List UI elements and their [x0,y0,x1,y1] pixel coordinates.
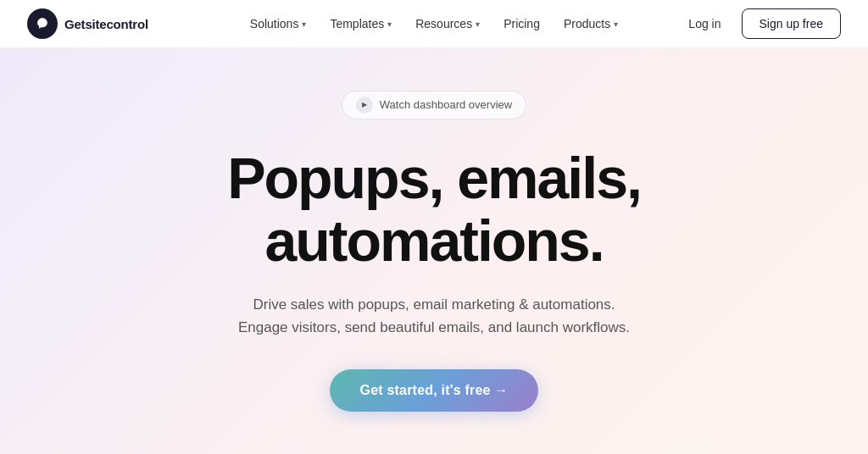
nav-solutions-label: Solutions [250,17,299,30]
navbar-nav: Solutions ▾ Templates ▾ Resources ▾ Pric… [240,10,628,37]
hero-subtitle-line1: Drive sales with popups, email marketing… [253,296,615,313]
watch-badge[interactable]: ▶ Watch dashboard overview [342,91,526,119]
chevron-down-icon: ▾ [302,19,306,29]
nav-item-pricing[interactable]: Pricing [493,10,550,37]
nav-products-label: Products [564,17,610,30]
chevron-down-icon: ▾ [614,19,618,29]
navbar-brand: Getsitecontrol [27,8,148,39]
login-button[interactable]: Log in [678,10,731,37]
nav-item-products[interactable]: Products ▾ [554,10,628,37]
logo-icon[interactable] [27,8,58,39]
play-icon: ▶ [356,97,373,114]
nav-item-templates[interactable]: Templates ▾ [320,10,402,37]
nav-pricing-label: Pricing [504,17,540,30]
nav-item-resources[interactable]: Resources ▾ [405,10,490,37]
nav-item-solutions[interactable]: Solutions ▾ [240,10,317,37]
chevron-down-icon: ▾ [476,19,480,29]
navbar: Getsitecontrol Solutions ▾ Templates ▾ R… [0,0,868,48]
hero-title-line2: automations. [264,208,603,273]
nav-templates-label: Templates [330,17,384,30]
chevron-down-icon: ▾ [387,19,392,29]
cta-button[interactable]: Get started, it's free → [330,369,539,412]
nav-resources-label: Resources [415,17,472,30]
logo-text: Getsitecontrol [64,17,148,31]
watch-label: Watch dashboard overview [380,98,512,111]
hero-subtitle: Drive sales with popups, email marketing… [238,293,630,339]
hero-subtitle-line2: Engage visitors, send beautiful emails, … [238,319,630,335]
signup-button[interactable]: Sign up free [742,8,842,39]
navbar-actions: Log in Sign up free [678,8,841,39]
hero-section: ▶ Watch dashboard overview Popups, email… [0,48,868,454]
hero-title: Popups, emails, automations. [227,147,641,274]
hero-title-line1: Popups, emails, [227,146,641,210]
